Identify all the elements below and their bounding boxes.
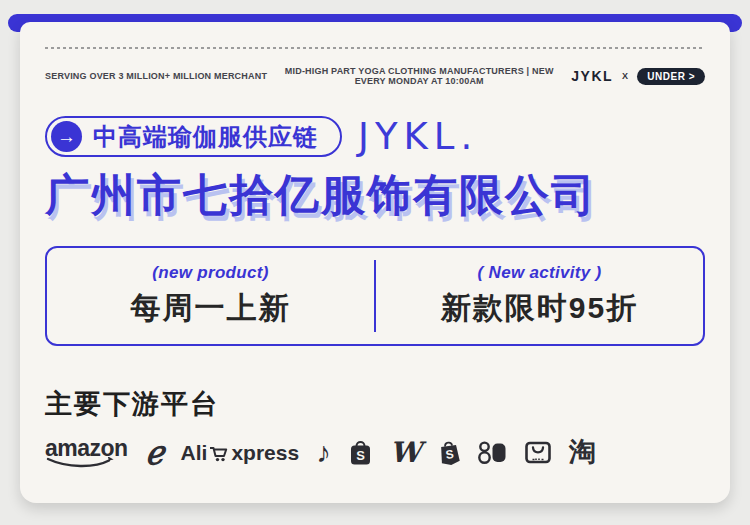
wish-logo-icon: W [390, 439, 421, 467]
amazon-smile-icon [45, 457, 117, 468]
supply-chain-pill-label: 中高端瑜伽服供应链 [93, 125, 318, 149]
platforms-row: amazon ℯ Ali xpress ♪ S [45, 437, 705, 469]
promo-info-box: (new product) 每周一上新 ( New activity ) 新款限… [45, 246, 705, 346]
shop-bag-smile-icon [524, 440, 552, 465]
aliexpress-wordmark-pre: Ali [181, 441, 208, 465]
under-badge: UNDER > [637, 68, 705, 85]
right-arrow-icon: → [57, 126, 76, 148]
new-product-text: 每周一上新 [131, 288, 291, 329]
new-activity-column: ( New activity ) 新款限时95折 [376, 248, 703, 344]
manufacturer-tagline: MID-HIGH PART YOGA CLOTHING MANUFACTURER… [267, 66, 571, 86]
alibaba-logo-icon: ℯ [143, 436, 165, 470]
dashed-divider [45, 47, 705, 49]
aliexpress-wordmark-post: xpress [231, 441, 299, 465]
brand-collab-group: JYKL X UNDER > [571, 68, 705, 85]
company-title: 广州市七拾亿服饰有限公司 [45, 170, 705, 221]
tiktok-icon: ♪ [316, 438, 331, 467]
supply-chain-pill: → 中高端瑜伽服供应链 [45, 116, 342, 157]
brand-row: → 中高端瑜伽服供应链 JYKL. [45, 116, 705, 157]
platforms-heading: 主要下游平台 [45, 386, 705, 422]
taobao-logo-icon: 淘 [569, 439, 596, 466]
svg-text:S: S [356, 448, 365, 463]
banner-card: SERVING OVER 3 MILLION+ MILLION MERCHANT… [20, 22, 730, 503]
new-product-subtitle: (new product) [152, 263, 268, 283]
new-activity-subtitle: ( New activity ) [478, 263, 602, 283]
new-product-column: (new product) 每周一上新 [47, 248, 374, 344]
brand-name-text: JYKL [571, 68, 613, 84]
banner-page: SERVING OVER 3 MILLION+ MILLION MERCHANT… [0, 0, 750, 525]
amazon-logo: amazon [45, 437, 128, 468]
shopee-bag-icon: S [348, 438, 373, 467]
arrow-circle-icon: → [51, 121, 82, 152]
collab-x-text: X [622, 71, 628, 81]
aliexpress-logo: Ali xpress [181, 441, 300, 465]
jykl-wordmark: JYKL. [358, 118, 478, 155]
shopping-cart-icon [208, 443, 230, 463]
shopify-bag-icon: S [436, 438, 463, 468]
new-activity-text: 新款限时95折 [441, 288, 638, 329]
kuaishou-icon [478, 440, 507, 465]
merchant-count-text: SERVING OVER 3 MILLION+ MILLION MERCHANT [45, 71, 267, 81]
top-info-strip: SERVING OVER 3 MILLION+ MILLION MERCHANT… [45, 66, 705, 86]
